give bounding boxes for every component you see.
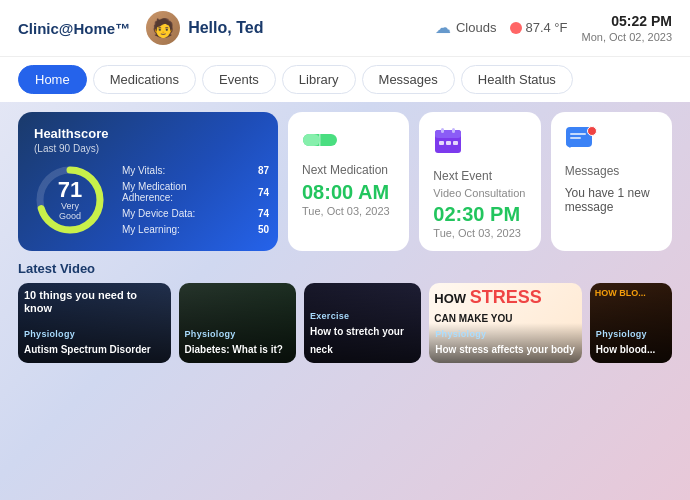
metric-medication-value: 74 — [249, 187, 269, 198]
video1-large-title: 10 things you need to know — [24, 289, 165, 315]
score-number: 71 — [52, 179, 88, 201]
avatar: 🧑 — [146, 11, 180, 45]
logo: Clinic@Home™ — [18, 20, 130, 37]
score-text: 71 Very Good — [52, 179, 88, 221]
messages-card[interactable]: Messages You have 1 new message — [551, 112, 672, 251]
datetime: 05:22 PM Mon, Oct 02, 2023 — [582, 12, 673, 44]
header-right: ☁ Clouds 87.4 °F 05:22 PM Mon, Oct 02, 2… — [435, 12, 672, 44]
metric-medication: My Medication Adherence: 74 — [122, 181, 269, 203]
navigation: Home Medications Events Library Messages… — [0, 56, 690, 102]
video4-info: Physiology How stress affects your body — [435, 329, 574, 357]
latest-video-section: Latest Video 10 things you need to know … — [18, 261, 672, 363]
video5-category: Physiology — [596, 329, 655, 339]
metric-device-value: 74 — [249, 208, 269, 219]
metric-learning-value: 50 — [249, 224, 269, 235]
header: Clinic@Home™ 🧑 Hello, Ted ☁ Clouds 87.4 … — [0, 0, 690, 56]
message-icon — [565, 126, 597, 158]
time-display: 05:22 PM — [582, 12, 673, 30]
date-display: Mon, Oct 02, 2023 — [582, 30, 673, 44]
video3-category: Exercise — [310, 311, 415, 321]
video-card-5[interactable]: HOW BLO... Physiology How blood... — [590, 283, 672, 363]
main-content: Healthscore (Last 90 Days) 71 Very Good — [0, 102, 690, 373]
video-card-4[interactable]: HOW STRESS CAN MAKE YOU Physiology How s… — [429, 283, 582, 363]
video3-info: Exercise How to stretch your neck — [310, 311, 415, 357]
metrics-list: My Vitals: 87 My Medication Adherence: 7… — [122, 165, 269, 235]
nav-health-status[interactable]: Health Status — [461, 65, 573, 94]
video4-stress-text: HOW STRESS — [434, 288, 577, 308]
health-score-card: Healthscore (Last 90 Days) 71 Very Good — [18, 112, 278, 251]
health-score-subtitle: (Last 90 Days) — [34, 143, 262, 154]
top-row: Healthscore (Last 90 Days) 71 Very Good — [18, 112, 672, 251]
video-row: 10 things you need to know Physiology Au… — [18, 283, 672, 363]
metric-device-label: My Device Data: — [122, 208, 237, 219]
metric-learning-label: My Learning: — [122, 224, 237, 235]
next-event-date: Tue, Oct 03, 2023 — [433, 227, 526, 239]
messages-text: You have 1 new message — [565, 186, 658, 214]
video2-category: Physiology — [185, 329, 283, 339]
temp-icon — [510, 22, 522, 34]
score-circle: 71 Very Good — [34, 164, 106, 236]
temp-value: 87.4 °F — [525, 20, 567, 35]
metric-vitals-label: My Vitals: — [122, 165, 237, 176]
nav-messages[interactable]: Messages — [362, 65, 455, 94]
video4-category: Physiology — [435, 329, 574, 339]
metric-learning: My Learning: 50 — [122, 224, 269, 235]
health-score-title: Healthscore — [34, 126, 262, 141]
messages-label: Messages — [565, 164, 658, 178]
temperature: 87.4 °F — [510, 20, 567, 35]
latest-video-title: Latest Video — [18, 261, 672, 276]
next-medication-label: Next Medication — [302, 163, 395, 177]
next-medication-card[interactable]: Next Medication 08:00 AM Tue, Oct 03, 20… — [288, 112, 409, 251]
score-label: Very Good — [52, 201, 88, 221]
nav-library[interactable]: Library — [282, 65, 356, 94]
video4-sub: CAN MAKE YOU — [434, 313, 512, 324]
video2-info: Physiology Diabetes: What is it? — [185, 329, 283, 357]
next-event-time: 02:30 PM — [433, 203, 526, 225]
next-event-sublabel: Video Consultation — [433, 187, 526, 199]
next-medication-time: 08:00 AM — [302, 181, 395, 203]
metric-device: My Device Data: 74 — [122, 208, 269, 219]
video5-large: HOW BLO... — [595, 288, 646, 299]
video2-title: Diabetes: What is it? — [185, 344, 283, 355]
greeting: Hello, Ted — [188, 19, 435, 37]
metric-vitals-value: 87 — [249, 165, 269, 176]
svg-rect-9 — [439, 141, 444, 145]
svg-rect-4 — [303, 134, 320, 146]
video1-title: Autism Spectrum Disorder — [24, 344, 151, 355]
nav-medications[interactable]: Medications — [93, 65, 196, 94]
video1-category: Physiology — [24, 329, 151, 339]
metric-medication-label: My Medication Adherence: — [122, 181, 237, 203]
svg-rect-6 — [435, 130, 461, 138]
nav-events[interactable]: Events — [202, 65, 276, 94]
video5-info: Physiology How blood... — [596, 329, 655, 357]
video3-title: How to stretch your neck — [310, 326, 404, 355]
calendar-icon — [433, 126, 526, 163]
small-cards: Next Medication 08:00 AM Tue, Oct 03, 20… — [288, 112, 672, 251]
weather-widget: ☁ Clouds — [435, 18, 496, 37]
svg-rect-13 — [570, 133, 586, 135]
svg-rect-10 — [446, 141, 451, 145]
metric-vitals: My Vitals: 87 — [122, 165, 269, 176]
next-medication-date: Tue, Oct 03, 2023 — [302, 205, 395, 217]
video4-title: How stress affects your body — [435, 344, 574, 355]
svg-rect-8 — [452, 128, 455, 133]
video-card-3[interactable]: Exercise How to stretch your neck — [304, 283, 421, 363]
video5-title: How blood... — [596, 344, 655, 355]
weather-label: Clouds — [456, 20, 496, 35]
video1-info: Physiology Autism Spectrum Disorder — [24, 329, 151, 357]
svg-rect-7 — [441, 128, 444, 133]
svg-rect-11 — [453, 141, 458, 145]
next-event-label: Next Event — [433, 169, 526, 183]
svg-rect-14 — [570, 137, 581, 139]
health-score-body: 71 Very Good My Vitals: 87 — [34, 164, 262, 236]
video-card-2[interactable]: Physiology Diabetes: What is it? — [179, 283, 296, 363]
cloud-icon: ☁ — [435, 18, 451, 37]
video-card-1[interactable]: 10 things you need to know Physiology Au… — [18, 283, 171, 363]
message-badge — [587, 126, 597, 136]
next-event-card[interactable]: Next Event Video Consultation 02:30 PM T… — [419, 112, 540, 251]
pill-icon — [302, 126, 395, 157]
nav-home[interactable]: Home — [18, 65, 87, 94]
